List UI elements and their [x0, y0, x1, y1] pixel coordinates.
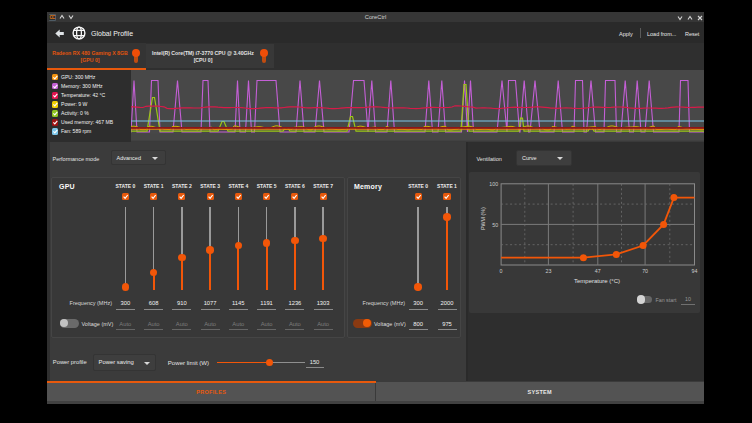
svg-text:23: 23 — [545, 267, 551, 273]
svg-text:50: 50 — [492, 221, 498, 227]
svg-text:0: 0 — [499, 267, 502, 273]
svg-text:100: 100 — [489, 181, 498, 187]
svg-text:94: 94 — [691, 267, 697, 273]
svg-text:70: 70 — [642, 267, 648, 273]
svg-text:47: 47 — [594, 267, 600, 273]
